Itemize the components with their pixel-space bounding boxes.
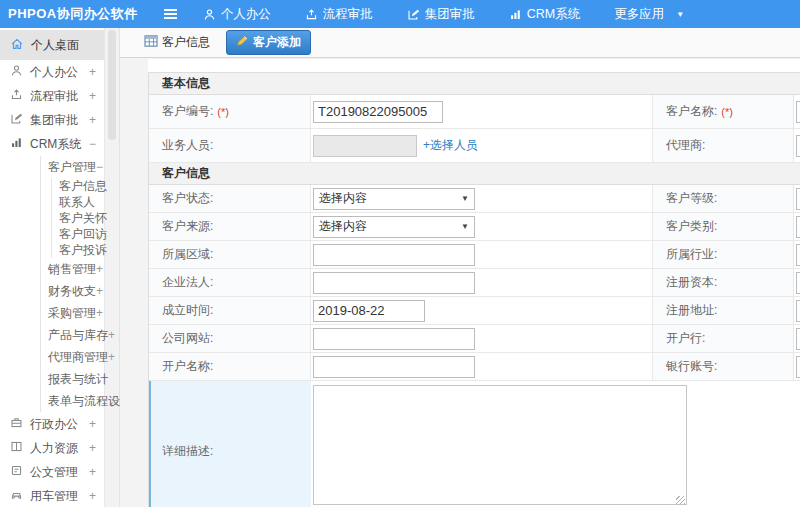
form-row-source: 客户来源: 选择内容▼ 客户类别: bbox=[149, 213, 800, 241]
salesperson-input bbox=[313, 135, 417, 157]
main-area: 客户信息 客户添加 基本信息 客户编号:(*) 客户名称:(*) 业务人员: bbox=[120, 28, 800, 507]
form-row-legal: 企业法人: 注册资本: bbox=[149, 269, 800, 297]
customer-add-icon bbox=[236, 35, 249, 50]
book-icon bbox=[10, 440, 23, 456]
tab-customer-info[interactable]: 客户信息 bbox=[136, 31, 218, 54]
required-mark: (*) bbox=[217, 106, 229, 118]
sidebar-item-official-doc[interactable]: 公文管理 + bbox=[0, 460, 104, 484]
tab-customer-add[interactable]: 客户添加 bbox=[226, 30, 311, 55]
table-icon bbox=[144, 35, 158, 50]
field-label: 所属行业: bbox=[653, 241, 794, 268]
sidebar-item-sales-mgmt[interactable]: 销售管理+ bbox=[41, 258, 104, 280]
flow-icon bbox=[305, 8, 318, 21]
customer-status-select[interactable]: 选择内容▼ bbox=[313, 188, 475, 210]
region-input[interactable] bbox=[313, 244, 475, 266]
sidebar-item-customer-visit[interactable]: 客户回访 bbox=[52, 226, 104, 242]
account-name-input[interactable] bbox=[313, 356, 475, 378]
sidebar-item-vehicle-mgmt[interactable]: 用车管理 + bbox=[0, 484, 104, 507]
sidebar-item-product-inventory[interactable]: 产品与库存+ bbox=[41, 324, 104, 346]
sidebar-menu: 个人桌面 个人办公 + 流程审批 + 集团审批 + CRM系统 − bbox=[0, 30, 104, 507]
field-label: 代理商: bbox=[653, 129, 794, 162]
top-nav-menu: 个人办公 流程审批 集团审批 CRM系统 更多应用 ▼ bbox=[203, 6, 684, 23]
field-label: 客户编号:(*) bbox=[149, 95, 311, 128]
sidebar-item-crm[interactable]: CRM系统 − bbox=[0, 132, 104, 156]
nav-personal-office[interactable]: 个人办公 bbox=[203, 6, 271, 23]
caret-down-icon: ▼ bbox=[676, 10, 684, 19]
field-label: 注册地址: bbox=[653, 297, 794, 324]
field-label: 注册资本: bbox=[653, 269, 794, 296]
customer-source-select[interactable]: 选择内容▼ bbox=[313, 216, 475, 238]
bank-account-input[interactable] bbox=[796, 356, 800, 378]
user-icon bbox=[10, 64, 23, 80]
website-input[interactable] bbox=[313, 328, 475, 350]
nav-label: 更多应用 bbox=[614, 6, 664, 23]
customer-form: 基本信息 客户编号:(*) 客户名称:(*) 业务人员: +选择人员 代理商: bbox=[148, 72, 800, 507]
select-caret-icon: ▼ bbox=[461, 194, 469, 203]
founded-date-input[interactable] bbox=[313, 300, 425, 322]
bank-input[interactable] bbox=[796, 328, 800, 350]
field-label: 客户状态: bbox=[149, 185, 311, 212]
nav-crm-system[interactable]: CRM系统 bbox=[509, 6, 580, 23]
field-label: 成立时间: bbox=[149, 297, 311, 324]
sidebar-item-reports[interactable]: 报表与统计 bbox=[41, 368, 104, 390]
sidebar-scrollbar[interactable] bbox=[104, 28, 119, 507]
agent-input[interactable] bbox=[796, 135, 800, 157]
nav-group-approval[interactable]: 集团审批 bbox=[407, 6, 475, 23]
form-row-salesperson: 业务人员: +选择人员 代理商: bbox=[149, 129, 800, 163]
field-label: 客户名称:(*) bbox=[653, 95, 794, 128]
edit-icon bbox=[10, 112, 23, 128]
section-header-customer: 客户信息 bbox=[149, 163, 800, 185]
customer-level-input[interactable] bbox=[796, 188, 800, 210]
form-row-founded: 成立时间: 注册地址: bbox=[149, 297, 800, 325]
nav-workflow-approval[interactable]: 流程审批 bbox=[305, 6, 373, 23]
choose-person-link[interactable]: +选择人员 bbox=[423, 137, 478, 154]
sidebar-item-group-approval[interactable]: 集团审批 + bbox=[0, 108, 104, 132]
menu-toggle-icon[interactable] bbox=[164, 9, 177, 19]
field-label: 详细描述: bbox=[149, 381, 311, 507]
form-row-detail: 详细描述: bbox=[149, 381, 800, 507]
detail-description-textarea[interactable] bbox=[313, 385, 687, 505]
sidebar-item-customer-complaint[interactable]: 客户投诉 bbox=[52, 242, 104, 258]
sidebar-item-customer-mgmt[interactable]: 客户管理 − bbox=[41, 156, 104, 178]
tab-label: 客户信息 bbox=[162, 34, 210, 51]
tab-bar: 客户信息 客户添加 bbox=[120, 28, 800, 58]
scrollbar-thumb[interactable] bbox=[108, 30, 116, 140]
select-caret-icon: ▼ bbox=[461, 222, 469, 231]
sidebar-item-purchase-mgmt[interactable]: 采购管理+ bbox=[41, 302, 104, 324]
sidebar-item-finance[interactable]: 财务收支+ bbox=[41, 280, 104, 302]
field-label: 业务人员: bbox=[149, 129, 311, 162]
customer-category-input[interactable] bbox=[796, 216, 800, 238]
sidebar-item-form-flow-settings[interactable]: 表单与流程设置+ bbox=[41, 390, 104, 412]
form-row-region: 所属区域: 所属行业: bbox=[149, 241, 800, 269]
registered-capital-input[interactable] bbox=[796, 272, 800, 294]
registered-address-input[interactable] bbox=[796, 300, 800, 322]
sidebar-item-personal-desktop[interactable]: 个人桌面 bbox=[0, 30, 104, 60]
chart-icon bbox=[509, 8, 522, 21]
sidebar-item-admin-office[interactable]: 行政办公 + bbox=[0, 412, 104, 436]
nav-label: 集团审批 bbox=[425, 6, 475, 23]
flow-icon bbox=[10, 88, 23, 104]
sidebar-item-hr[interactable]: 人力资源 + bbox=[0, 436, 104, 460]
car-icon bbox=[10, 488, 23, 504]
sidebar-item-agent-mgmt[interactable]: 代理商管理+ bbox=[41, 346, 104, 368]
form-row-account-name: 开户名称: 银行账号: bbox=[149, 353, 800, 381]
customer-no-input[interactable] bbox=[313, 101, 443, 123]
home-icon bbox=[10, 37, 24, 54]
sidebar-item-contacts[interactable]: 联系人 bbox=[52, 194, 104, 210]
field-label: 客户来源: bbox=[149, 213, 311, 240]
sidebar-item-personal-office[interactable]: 个人办公 + bbox=[0, 60, 104, 84]
resize-handle[interactable] bbox=[676, 496, 685, 505]
form-row-website: 公司网站: 开户行: bbox=[149, 325, 800, 353]
sidebar-item-customer-care[interactable]: 客户关怀 bbox=[52, 210, 104, 226]
industry-input[interactable] bbox=[796, 244, 800, 266]
sidebar-item-workflow-approval[interactable]: 流程审批 + bbox=[0, 84, 104, 108]
top-navbar: PHPOA协同办公软件 个人办公 流程审批 集团审批 CRM系统 更多应用 ▼ bbox=[0, 0, 800, 28]
sidebar: 个人桌面 个人办公 + 流程审批 + 集团审批 + CRM系统 − bbox=[0, 28, 120, 507]
sidebar-item-customer-info[interactable]: 客户信息 bbox=[52, 178, 104, 194]
tab-label: 客户添加 bbox=[253, 34, 301, 51]
legal-person-input[interactable] bbox=[313, 272, 475, 294]
field-label: 银行账号: bbox=[653, 353, 794, 380]
field-label: 所属区域: bbox=[149, 241, 311, 268]
nav-more-apps[interactable]: 更多应用 ▼ bbox=[614, 6, 684, 23]
customer-name-input[interactable] bbox=[796, 101, 800, 123]
